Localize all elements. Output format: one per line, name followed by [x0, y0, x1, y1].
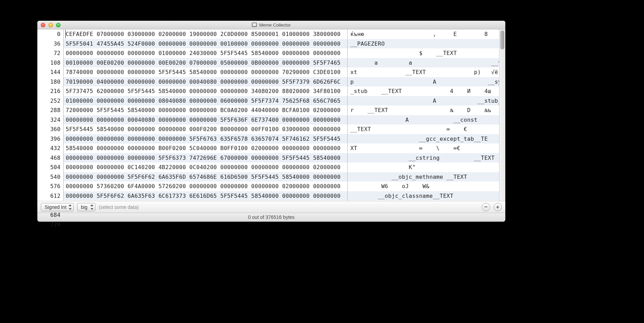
ascii-row[interactable]: xt __TEXT p) √ë	[348, 67, 499, 77]
ascii-row[interactable]: __objc_classname__TEXT	[348, 191, 499, 201]
plus-button[interactable]: +	[494, 203, 502, 211]
ascii-row[interactable]: r __TEXT љ D љъ	[348, 105, 499, 115]
format-select[interactable]: Signed Int	[41, 203, 74, 211]
minus-button[interactable]: −	[482, 203, 490, 211]
ascii-area[interactable]: ќъню , Е 8__PAGEZERO $ __TEXT а а __text…	[348, 29, 499, 201]
window-title-text: Meme Collector	[259, 22, 291, 28]
hex-row[interactable]: 00000000 00000000 00000000 01000000 2403…	[64, 48, 347, 58]
document-proxy-icon[interactable]	[252, 22, 257, 27]
offset-gutter: 0367210814418021625228832436039643246850…	[37, 29, 64, 201]
hex-row[interactable]: 00000000 00000000 5F5F6F62 6A635F6D 6574…	[64, 172, 347, 182]
ascii-row[interactable]: __cstring __TEXT	[348, 153, 499, 163]
hex-row[interactable]: 5F737475 62000000 5F5F5445 58540000 0000…	[64, 86, 347, 96]
offset-cell: 324	[37, 115, 61, 125]
updown-icon	[90, 204, 93, 210]
hex-row[interactable]: 01000000 00000000 00000000 08040080 0000…	[64, 96, 347, 106]
ascii-row[interactable]: ќъню , Е 8	[348, 29, 499, 39]
ascii-row[interactable]: _stub __TEXT 4 И 4ш	[348, 86, 499, 96]
ascii-row[interactable]: p А __symbol	[348, 77, 499, 87]
plus-icon: +	[496, 204, 499, 210]
hex-row[interactable]: 00000000 00000000 00040080 00000000 0000…	[64, 115, 347, 125]
offset-cell: 576	[37, 182, 61, 191]
hex-content: 0367210814418021625228832436039643246850…	[37, 29, 505, 201]
hex-row[interactable]: 00000000 57360200 6F4A0000 57260200 0000…	[64, 182, 347, 191]
hex-row[interactable]: 5F5F5041 47455A45 524F0000 00000000 0000…	[64, 39, 347, 49]
hex-row[interactable]: 00000000 5F5F6F62 6A635F63 6C617373 6E61…	[64, 191, 347, 201]
hex-row[interactable]: 00000000 00000000 00000000 00000000 5F5F…	[64, 134, 347, 144]
offset-cell: 612	[37, 191, 61, 201]
ascii-row[interactable]: А __stub_helpe	[348, 96, 499, 106]
offset-cell: 396	[37, 134, 61, 144]
offset-cell: 540	[37, 172, 61, 182]
ascii-row[interactable]: __objc_methname __TEXT	[348, 172, 499, 182]
offset-cell: 0	[37, 29, 61, 39]
offset-cell: 144	[37, 67, 61, 77]
format-toolbar: Signed Int big (select some data) − +	[37, 201, 505, 213]
offset-cell: 504	[37, 163, 61, 172]
offset-cell: 288	[37, 105, 61, 115]
offset-cell: 468	[37, 153, 61, 163]
hex-row[interactable]: 00000000 00000000 00000000 5F5F6373 7472…	[64, 153, 347, 163]
offset-cell: 108	[37, 58, 61, 68]
text-caret	[65, 30, 66, 38]
ascii-row[interactable]: K"	[348, 163, 499, 172]
updown-icon	[68, 204, 72, 210]
endian-select-value: big	[81, 204, 88, 210]
hex-bytes-area[interactable]: CEFAEDFE 07000000 03000000 02000000 1900…	[64, 29, 348, 201]
ascii-row[interactable]: __TEXT ∞ €	[348, 124, 499, 134]
offset-cell: 720	[37, 220, 61, 229]
vertical-scrollbar[interactable]	[499, 29, 505, 201]
hex-row[interactable]: 72000000 5F5F5445 58540000 00000000 0000…	[64, 105, 347, 115]
ascii-row[interactable]: а а __te	[348, 58, 499, 68]
hex-editor-window: Meme Collector 0367210814418021625228832…	[37, 21, 505, 221]
offset-cell: 180	[37, 77, 61, 87]
minus-icon: −	[484, 204, 488, 210]
ascii-row[interactable]: $ __TEXT	[348, 48, 499, 58]
offset-cell: 36	[37, 39, 61, 49]
ascii-row[interactable]: W6 oJ W&	[348, 182, 499, 191]
titlebar[interactable]: Meme Collector	[37, 21, 505, 29]
format-select-value: Signed Int	[45, 204, 66, 210]
hex-row[interactable]: 70190000 04000000 00000000 00000000 0004…	[64, 77, 347, 87]
status-text: 0 out of 376516 bytes	[248, 214, 295, 220]
ascii-row[interactable]: XT ∞ \ ∞€	[348, 144, 499, 153]
offset-cell: 216	[37, 86, 61, 96]
offset-cell: 360	[37, 124, 61, 134]
offset-cell: 252	[37, 96, 61, 106]
window-title: Meme Collector	[37, 22, 505, 28]
selection-hint: (select some data)	[99, 204, 139, 210]
status-bar: 0 out of 376516 bytes	[37, 213, 505, 222]
ascii-row[interactable]: ∆А б ∆p	[348, 201, 499, 201]
offset-cell: 432	[37, 144, 61, 153]
hex-row[interactable]: 00000000 00000000 0C140200 4B220000 0C04…	[64, 163, 347, 172]
hex-row[interactable]: 5F5F5445 58540000 00000000 00000000 000F…	[64, 124, 347, 134]
hex-row[interactable]: 58540000 00000000 00000000 B00F0200 5C04…	[64, 144, 347, 153]
endian-select[interactable]: big	[77, 203, 95, 211]
ascii-row[interactable]: __gcc_except_tab__TE	[348, 134, 499, 144]
hex-row[interactable]: CEFAEDFE 07000000 03000000 02000000 1900…	[64, 29, 347, 39]
hex-row[interactable]: 78740000 00000000 00000000 5F5F5445 5854…	[64, 67, 347, 77]
hex-row[interactable]: C6800200 E1020000 C6700200 00000000 0000…	[64, 201, 347, 201]
scroll-thumb[interactable]	[500, 30, 504, 49]
offset-cell: 72	[37, 48, 61, 58]
ascii-row[interactable]: А __const	[348, 115, 499, 125]
hex-row[interactable]: 00100000 00E00200 00000000 00E00200 0700…	[64, 58, 347, 68]
offset-cell: 684	[37, 210, 61, 220]
ascii-row[interactable]: __PAGEZERO	[348, 39, 499, 49]
